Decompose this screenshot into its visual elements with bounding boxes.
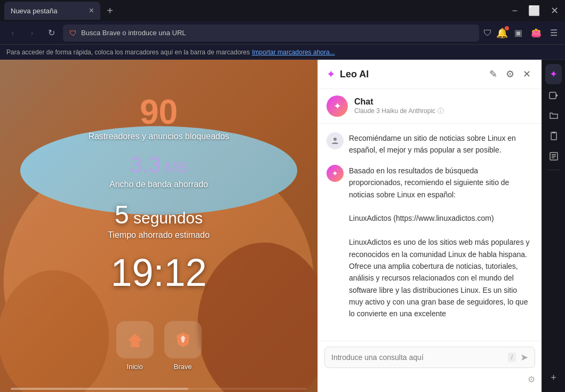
leo-send-button[interactable]: ➤ <box>520 351 528 363</box>
leo-close-button[interactable]: ✕ <box>521 66 533 82</box>
home-icon <box>126 331 144 348</box>
leo-panel-title: Leo AI <box>340 69 483 80</box>
url-input-container[interactable]: 🛡 Busca Brave o introduce una URL <box>63 25 479 42</box>
sidebar-add-button[interactable]: + <box>546 368 561 388</box>
brave-logo-icon <box>173 330 193 349</box>
forward-button[interactable]: › <box>25 26 39 40</box>
window-close-button[interactable]: ✕ <box>548 3 561 19</box>
back-button[interactable]: ‹ <box>5 26 20 40</box>
right-sidebar: ✦ + <box>542 60 565 392</box>
leo-message: ✦ Basado en los resultados de búsqueda p… <box>327 165 533 320</box>
clock-display: 19:12 <box>88 251 229 294</box>
brave-shield-button[interactable]: 🛡 <box>483 28 492 38</box>
leo-header: ✦ Leo AI ✎ ⚙ ✕ <box>318 60 542 89</box>
trackers-label: Rastreadores y anuncios bloqueados <box>88 132 229 141</box>
new-tab-button[interactable]: + <box>102 3 117 18</box>
user-icon <box>331 137 339 145</box>
svg-marker-3 <box>556 94 558 97</box>
info-icon[interactable]: ⓘ <box>437 107 444 116</box>
leo-chat-avatar: ✦ <box>327 95 348 117</box>
clipboard-icon <box>549 131 559 141</box>
sidebar-divider <box>547 170 560 170</box>
window-restore-button[interactable]: ⬜ <box>526 3 542 19</box>
stats-container: 90 Rastreadores y anuncios bloqueados 3.… <box>77 82 240 310</box>
video-icon <box>549 91 559 100</box>
leo-text-input[interactable] <box>331 353 504 362</box>
app-icons-container: Inicio Brave <box>116 321 202 371</box>
brave-app-icon[interactable]: Brave <box>164 321 202 371</box>
trackers-count: 90 <box>88 92 229 132</box>
security-icon: 🛡 <box>69 29 77 37</box>
user-avatar <box>327 132 344 149</box>
leo-settings-button[interactable]: ⚙ <box>504 66 516 82</box>
browser-chrome: Nueva pestaña × + − ⬜ ✕ ‹ › ↻ 🛡 Busca Br… <box>0 0 565 60</box>
time-saved-number: 5 segundos <box>88 200 229 229</box>
bookmarks-bar: Para acceder de forma rápida, coloca los… <box>0 45 565 60</box>
new-tab-page: 90 Rastreadores y anuncios bloqueados 3.… <box>0 60 317 392</box>
command-icon[interactable]: / <box>508 353 516 362</box>
bookmarks-bar-text: Para acceder de forma rápida, coloca los… <box>6 49 250 56</box>
brave-icon-box <box>164 321 202 358</box>
wallet-button[interactable]: 👛 <box>529 26 544 40</box>
bandwidth-label: Ancho de banda ahorrado <box>88 180 229 189</box>
svg-point-1 <box>333 138 337 141</box>
user-message-text: Recomiéndame un sitio de noticias sobre … <box>349 132 533 156</box>
window-controls: − ⬜ ✕ <box>510 3 561 19</box>
scrollbar[interactable] <box>11 388 307 390</box>
leo-chat-info: Chat Claude 3 Haiku de Anthropic ⓘ <box>354 97 533 116</box>
notification-dot <box>505 26 509 30</box>
tab-close-button[interactable]: × <box>89 6 94 15</box>
address-bar: ‹ › ↻ 🛡 Busca Brave o introduce una URL … <box>0 21 565 45</box>
inicio-icon-box <box>116 321 154 358</box>
reload-button[interactable]: ↻ <box>44 26 59 40</box>
main-area: 90 Rastreadores y anuncios bloqueados 3.… <box>0 60 565 392</box>
leo-chat-subtitle: Claude 3 Haiku de Anthropic ⓘ <box>354 107 533 116</box>
user-message: Recomiéndame un sitio de noticias sobre … <box>327 132 533 156</box>
sidebar-clipboard-button[interactable] <box>545 127 563 145</box>
leo-input-area: / ➤ ⚙ <box>318 341 542 392</box>
leo-input-box[interactable]: / ➤ <box>324 347 535 368</box>
sidebar-video-button[interactable] <box>545 86 563 105</box>
toolbar-buttons: 🛡 🔔 ▣ 👛 ☰ <box>483 26 560 40</box>
leo-chat-header: ✦ Chat Claude 3 Haiku de Anthropic ⓘ <box>318 89 542 124</box>
bandwidth-number: 3.3 MB <box>88 152 229 178</box>
notification-bell[interactable]: 🔔 <box>496 27 508 39</box>
svg-rect-5 <box>552 132 555 133</box>
leo-message-avatar: ✦ <box>327 165 344 182</box>
tab-bar: Nueva pestaña × + − ⬜ ✕ <box>0 0 565 21</box>
sidebar-folder-button[interactable] <box>545 107 563 125</box>
leo-message-text: Basado en los resultados de búsqueda pro… <box>349 165 533 320</box>
brave-label: Brave <box>174 363 192 371</box>
leo-footer-settings-button[interactable]: ⚙ <box>528 374 535 385</box>
scrollbar-thumb <box>11 388 188 390</box>
menu-button[interactable]: ☰ <box>548 26 560 40</box>
svg-rect-2 <box>550 92 556 99</box>
url-display: Busca Brave o introduce una URL <box>81 29 473 37</box>
sidebar-leo-button[interactable]: ✦ <box>545 64 562 84</box>
svg-marker-0 <box>128 333 142 347</box>
import-bookmarks-link[interactable]: Importar marcadores ahora... <box>252 49 335 56</box>
leo-star-icon: ✦ <box>327 68 336 81</box>
sidebar-toggle-button[interactable]: ▣ <box>512 26 524 40</box>
tab-title: Nueva pestaña <box>11 7 85 15</box>
time-saved-label: Tiempo ahorrado estimado <box>88 230 229 240</box>
inicio-label: Inicio <box>126 363 142 371</box>
leo-chat-title: Chat <box>354 97 533 107</box>
inicio-app-icon[interactable]: Inicio <box>116 321 154 371</box>
svg-rect-4 <box>551 132 556 140</box>
leo-edit-button[interactable]: ✎ <box>487 66 499 82</box>
active-tab[interactable]: Nueva pestaña × <box>4 2 100 20</box>
leo-messages-container[interactable]: Recomiéndame un sitio de noticias sobre … <box>318 124 542 341</box>
leo-footer: ⚙ <box>324 372 535 387</box>
sidebar-book-button[interactable] <box>545 147 563 165</box>
leo-ai-panel: ✦ Leo AI ✎ ⚙ ✕ ✦ Chat Claude 3 Haiku de … <box>317 60 542 392</box>
window-minimize-button[interactable]: − <box>510 3 520 19</box>
folder-icon <box>549 111 559 121</box>
book-icon <box>549 151 559 161</box>
